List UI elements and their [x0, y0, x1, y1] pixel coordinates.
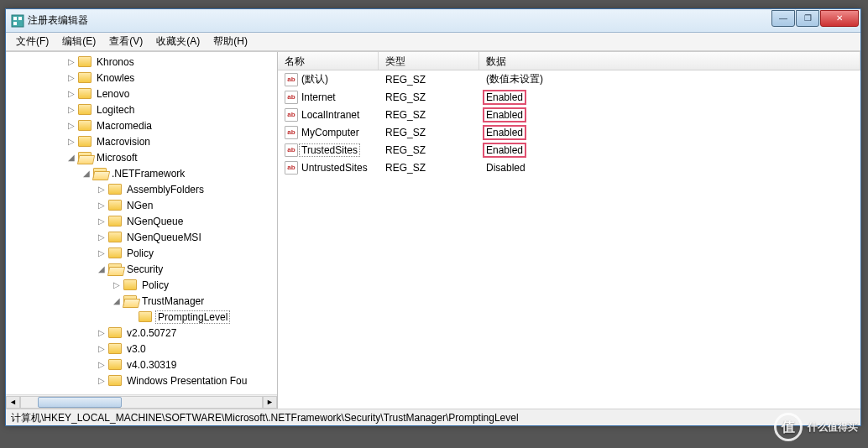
expand-icon[interactable]: ▷	[97, 360, 107, 369]
tree-item-label: v2.0.50727	[125, 327, 178, 339]
expand-icon[interactable]: ▷	[66, 121, 76, 130]
tree-item[interactable]: ▷Windows Presentation Fou	[6, 372, 277, 388]
expand-icon[interactable]: ▷	[97, 328, 107, 337]
expand-icon[interactable]: ▷	[97, 248, 107, 258]
value-name: MyComputer	[301, 127, 359, 138]
tree-pane[interactable]: ▷Khronos▷Knowles▷Lenovo▷Logitech▷Macrome…	[6, 52, 278, 409]
folder-icon	[78, 152, 92, 163]
values-list: ab(默认)REG_SZ(数值未设置)abInternetREG_SZEnabl…	[278, 70, 860, 176]
tree-item[interactable]: ▷v2.0.50727	[6, 325, 277, 341]
expand-icon[interactable]: ▷	[112, 280, 122, 289]
scroll-left-arrow[interactable]: ◄	[6, 396, 20, 409]
value-name: LocalIntranet	[301, 109, 359, 121]
tree-item[interactable]: ▷Macrovision	[6, 133, 277, 149]
menu-favorites[interactable]: 收藏夹(A)	[149, 33, 207, 50]
column-type[interactable]: 类型	[379, 52, 479, 70]
tree-item[interactable]: ◢Microsoft	[6, 149, 277, 165]
folder-icon	[108, 327, 122, 338]
watermark: 值 什么值得买	[774, 413, 858, 441]
tree-item[interactable]: ◢.NETFramework	[6, 165, 277, 181]
value-type: REG_SZ	[379, 162, 479, 174]
minimize-button[interactable]: —	[771, 10, 795, 27]
tree-item-label: PromptingLevel	[155, 310, 230, 324]
collapse-icon[interactable]: ◢	[66, 153, 76, 162]
folder-icon	[123, 295, 137, 306]
tree-item[interactable]: ▷Policy	[6, 245, 277, 261]
expand-icon[interactable]: ▷	[66, 105, 76, 114]
close-button[interactable]: ✕	[820, 10, 859, 27]
tree-item[interactable]: ▷v3.0	[6, 341, 277, 357]
tree-item[interactable]: ▷NGenQueue	[6, 213, 277, 229]
tree-item[interactable]: ◢TrustManager	[6, 293, 277, 309]
tree-item[interactable]: ▷Knowles	[6, 70, 277, 86]
values-pane[interactable]: 名称 类型 数据 ab(默认)REG_SZ(数值未设置)abInternetRE…	[278, 52, 860, 409]
value-row[interactable]: abMyComputerREG_SZEnabled	[278, 123, 860, 141]
horizontal-scrollbar[interactable]: ◄ ►	[6, 394, 277, 409]
expand-icon[interactable]: ▷	[97, 185, 107, 194]
expand-icon[interactable]: ▷	[97, 216, 107, 226]
folder-icon	[108, 263, 122, 274]
tree-item[interactable]: ▷Khronos	[6, 54, 277, 70]
tree-item[interactable]: ▷v4.0.30319	[6, 357, 277, 372]
tree-item[interactable]: ▷AssemblyFolders	[6, 181, 277, 197]
scroll-track[interactable]	[20, 396, 263, 409]
folder-icon	[78, 120, 92, 131]
expand-icon[interactable]: ▷	[97, 344, 107, 353]
tree-item-label: Knowles	[95, 72, 136, 84]
expand-icon[interactable]: ▷	[66, 89, 76, 98]
folder-icon	[139, 311, 152, 322]
column-data[interactable]: 数据	[479, 52, 860, 70]
expand-icon[interactable]: ▷	[97, 232, 107, 242]
app-icon	[11, 14, 24, 28]
tree-item[interactable]: ▷Logitech	[6, 102, 277, 117]
value-row[interactable]: abTrustedSitesREG_SZEnabled	[278, 141, 860, 159]
tree-item[interactable]: ▷Policy	[6, 277, 277, 293]
folder-icon	[93, 168, 107, 179]
tree-item-label: NGenQueueMSI	[125, 232, 203, 243]
tree-item[interactable]: ▷Macromedia	[6, 117, 277, 133]
value-row[interactable]: abUntrustedSitesREG_SZDisabled	[278, 159, 860, 176]
maximize-button[interactable]: ❐	[796, 10, 819, 27]
watermark-icon: 值	[774, 413, 803, 441]
value-row[interactable]: abInternetREG_SZEnabled	[278, 88, 860, 106]
menu-help[interactable]: 帮助(H)	[207, 33, 254, 50]
tree-item[interactable]: PromptingLevel	[6, 309, 277, 325]
tree-item[interactable]: ◢Security	[6, 261, 277, 277]
value-name-cell: abMyComputer	[278, 126, 379, 139]
value-data: Disabled	[479, 162, 860, 174]
list-header: 名称 类型 数据	[278, 52, 860, 70]
folder-icon	[108, 184, 122, 195]
value-type: REG_SZ	[379, 91, 479, 103]
expand-icon[interactable]: ▷	[97, 201, 107, 210]
tree-item[interactable]: ▷Lenovo	[6, 86, 277, 102]
tree-item-label: Windows Presentation Fou	[125, 375, 248, 387]
menu-file[interactable]: 文件(F)	[9, 33, 55, 50]
scroll-right-arrow[interactable]: ►	[263, 396, 277, 409]
tree-item[interactable]: ▷NGenQueueMSI	[6, 229, 277, 245]
value-name-cell: abLocalIntranet	[278, 108, 379, 122]
tree-item[interactable]: ▷NGen	[6, 197, 277, 213]
menu-view[interactable]: 查看(V)	[102, 33, 149, 50]
registry-tree: ▷Khronos▷Knowles▷Lenovo▷Logitech▷Macrome…	[6, 52, 277, 393]
value-name: UntrustedSites	[301, 162, 368, 174]
string-value-icon: ab	[285, 161, 298, 175]
collapse-icon[interactable]: ◢	[97, 264, 107, 273]
collapse-icon[interactable]: ◢	[112, 296, 122, 305]
registry-editor-window: 注册表编辑器 — ❐ ✕ 文件(F) 编辑(E) 查看(V) 收藏夹(A) 帮助…	[5, 8, 861, 426]
expand-icon[interactable]: ▷	[66, 57, 76, 66]
title-bar[interactable]: 注册表编辑器 — ❐ ✕	[6, 9, 860, 33]
scroll-thumb[interactable]	[38, 397, 122, 408]
value-name-cell: abTrustedSites	[278, 143, 379, 157]
expand-icon[interactable]: ▷	[97, 376, 107, 385]
value-row[interactable]: abLocalIntranetREG_SZEnabled	[278, 106, 860, 123]
window-controls: — ❐ ✕	[771, 10, 859, 27]
value-row[interactable]: ab(默认)REG_SZ(数值未设置)	[278, 70, 860, 88]
folder-icon	[108, 375, 122, 386]
menu-edit[interactable]: 编辑(E)	[55, 33, 102, 50]
expand-icon[interactable]: ▷	[66, 73, 76, 82]
column-name[interactable]: 名称	[278, 52, 379, 70]
expand-icon[interactable]: ▷	[66, 137, 76, 146]
collapse-icon[interactable]: ◢	[81, 169, 92, 178]
tree-item-label: NGen	[125, 200, 154, 211]
tree-item-label: NGenQueue	[125, 216, 185, 227]
